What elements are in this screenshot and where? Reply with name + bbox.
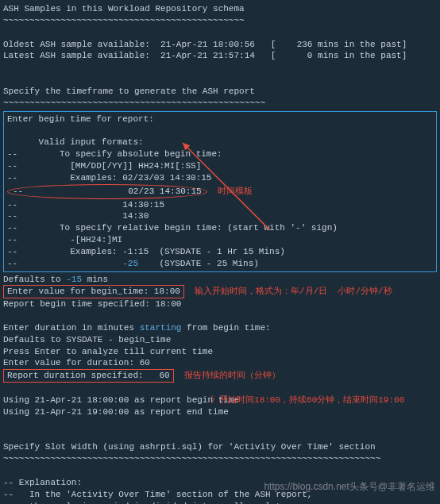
rel-spec: -- To specify relative begin time: (star… xyxy=(7,222,433,234)
timeframe-title: Specify the timeframe to generate the AS… xyxy=(3,86,437,98)
abs-spec: -- To specify absolute begin time: xyxy=(7,148,433,160)
using1-row: Using 21-Apr-21 18:00:00 as report begin… xyxy=(3,394,437,406)
latest-sample: Latest ASH sample available: 21-Apr-21 2… xyxy=(3,50,437,62)
ex-l4: -- 14:30 xyxy=(7,210,433,222)
duration-enter: Enter duration in minutes starting from … xyxy=(3,322,437,334)
rel-ex1: -- Examples: -1:15 (SYSDATE - 1 Hr 15 Mi… xyxy=(7,246,433,258)
defaults-line: Defaults to -15 mins xyxy=(3,274,437,286)
timeframe-sep: ~~~~~~~~~~~~~~~~~~~~~~~~~~~~~~~~~~~~~~~~… xyxy=(3,98,437,110)
fmt-line: -- [MM/DD[/YY]] HH24:MI[:SS] xyxy=(7,160,433,172)
duration-spec-row: Report duration specified: 60 报告持续的时间（分钟… xyxy=(3,369,437,383)
begin-time-row: Enter value for begin_time: 18:00 输入开始时间… xyxy=(3,285,437,298)
ex-l1: -- Examples: 02/23/03 14:30:15 xyxy=(7,172,433,184)
duration-spec-box: Report duration specified: 60 xyxy=(3,369,174,383)
valid-formats: Valid input formats: xyxy=(7,137,433,148)
rel-fmt: -- -[HH24:]MI xyxy=(7,234,433,246)
oldest-sample: Oldest ASH sample available: 21-Apr-21 1… xyxy=(3,39,437,51)
using1-annotation: 》开始时间18:00，持续60分钟，结束时间19:00 xyxy=(210,395,404,405)
terminal-output: ASH Samples in this Workload Repository … xyxy=(3,3,437,504)
watermark: https://blog.csdn.net头条号@非著名运维 xyxy=(264,480,435,493)
begin-time-box: Enter begin time for report: Valid input… xyxy=(3,111,437,272)
duration-annotation: 报告持续的时间（分钟） xyxy=(184,371,280,380)
duration-default2: Press Enter to analyze till current time xyxy=(3,346,437,358)
slot-width-title: Specify Slot Width (using ashrpti.sql) f… xyxy=(3,441,437,453)
explanation-l2: -- the analysis period is divided into s… xyxy=(3,501,437,504)
enter-begin: Enter begin time for report: xyxy=(7,113,433,125)
ex-l2: -- 02/23 14:30:15 时间模板 xyxy=(7,184,433,199)
using2: Using 21-Apr-21 19:00:00 as report end t… xyxy=(3,406,437,418)
template-annotation: 时间模板 xyxy=(218,187,253,196)
header-sep: ~~~~~~~~~~~~~~~~~~~~~~~~~~~~~~~~~~~~~~~~… xyxy=(3,15,437,27)
begin-time-box-red: Enter value for begin_time: 18:00 xyxy=(3,285,184,298)
begin-time-annotation: 输入开始时间，格式为：年/月/日 小时/分钟/秒 xyxy=(195,287,392,296)
rel-ex2: -- -25 (SYSDATE - 25 Mins) xyxy=(7,258,433,270)
report-begin-spec: Report begin time specified: 18:00 xyxy=(3,298,437,310)
duration-default1: Defaults to SYSDATE - begin_time xyxy=(3,334,437,346)
ex-l3: -- 14:30:15 xyxy=(7,199,433,211)
slot-width-sep: ~~~~~~~~~~~~~~~~~~~~~~~~~~~~~~~~~~~~~~~~… xyxy=(3,453,437,465)
header-title: ASH Samples in this Workload Repository … xyxy=(3,3,437,15)
duration-value: Enter value for duration: 60 xyxy=(3,357,437,369)
